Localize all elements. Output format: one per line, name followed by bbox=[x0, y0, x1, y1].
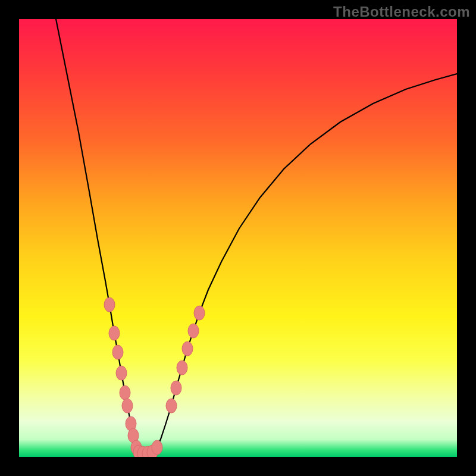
data-point-marker bbox=[104, 298, 115, 312]
data-point-marker bbox=[171, 381, 181, 395]
bottleneck-curve bbox=[56, 19, 457, 453]
plot-area bbox=[19, 19, 457, 457]
data-point-marker bbox=[152, 440, 162, 455]
data-point-marker bbox=[122, 399, 133, 413]
data-point-marker bbox=[109, 326, 120, 340]
data-point-marker bbox=[166, 399, 177, 413]
chart-frame: TheBottleneck.com bbox=[0, 0, 476, 476]
data-point-marker bbox=[120, 386, 130, 400]
data-point-marker bbox=[177, 361, 187, 375]
curve-layer bbox=[19, 19, 457, 457]
data-point-marker bbox=[112, 345, 123, 359]
data-point-marker bbox=[188, 324, 199, 338]
data-point-marker bbox=[182, 342, 193, 356]
data-point-marker bbox=[194, 306, 205, 320]
watermark-text: TheBottleneck.com bbox=[333, 4, 470, 20]
marker-group bbox=[104, 298, 205, 457]
data-point-marker bbox=[116, 366, 127, 380]
